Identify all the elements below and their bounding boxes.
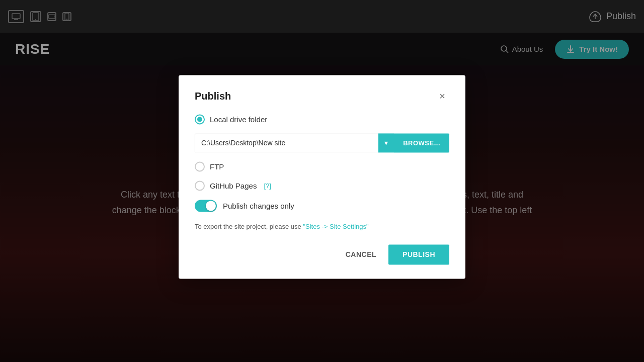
- github-radio[interactable]: [195, 180, 205, 191]
- cancel-button[interactable]: CANCEL: [340, 245, 382, 263]
- path-row: ▾ BROWSE...: [195, 133, 449, 152]
- publish-submit-button[interactable]: PUBLISH: [388, 244, 449, 264]
- ftp-radio[interactable]: [195, 161, 205, 171]
- github-label: GitHub Pages: [210, 182, 257, 190]
- export-note: To export the site project, please use "…: [195, 223, 449, 230]
- export-note-text: To export the site project, please use: [195, 223, 303, 230]
- toggle-label: Publish changes only: [223, 202, 294, 210]
- modal-close-button[interactable]: ×: [435, 89, 449, 103]
- local-drive-radio[interactable]: [195, 114, 205, 124]
- github-help-link[interactable]: [?]: [264, 182, 271, 190]
- toggle-row: Publish changes only: [195, 200, 449, 212]
- dropdown-arrow-icon: ▾: [384, 139, 388, 147]
- toggle-knob: [206, 201, 216, 211]
- local-drive-label: Local drive folder: [210, 115, 267, 124]
- modal-footer: CANCEL PUBLISH: [195, 244, 449, 264]
- ftp-label: FTP: [210, 162, 224, 171]
- path-input[interactable]: [195, 133, 378, 152]
- ftp-option[interactable]: FTP: [195, 161, 449, 171]
- export-link[interactable]: "Sites -> Site Settings": [303, 223, 368, 230]
- path-dropdown-button[interactable]: ▾: [378, 133, 394, 152]
- publish-changes-toggle[interactable]: [195, 200, 217, 212]
- modal-title: Publish: [195, 90, 231, 102]
- modal-header: Publish ×: [195, 89, 449, 103]
- publish-modal: Publish × Local drive folder ▾ BROWSE...…: [179, 75, 465, 279]
- github-pages-option[interactable]: GitHub Pages [?]: [195, 180, 449, 191]
- browse-button[interactable]: BROWSE...: [394, 133, 449, 152]
- local-drive-option[interactable]: Local drive folder: [195, 114, 449, 124]
